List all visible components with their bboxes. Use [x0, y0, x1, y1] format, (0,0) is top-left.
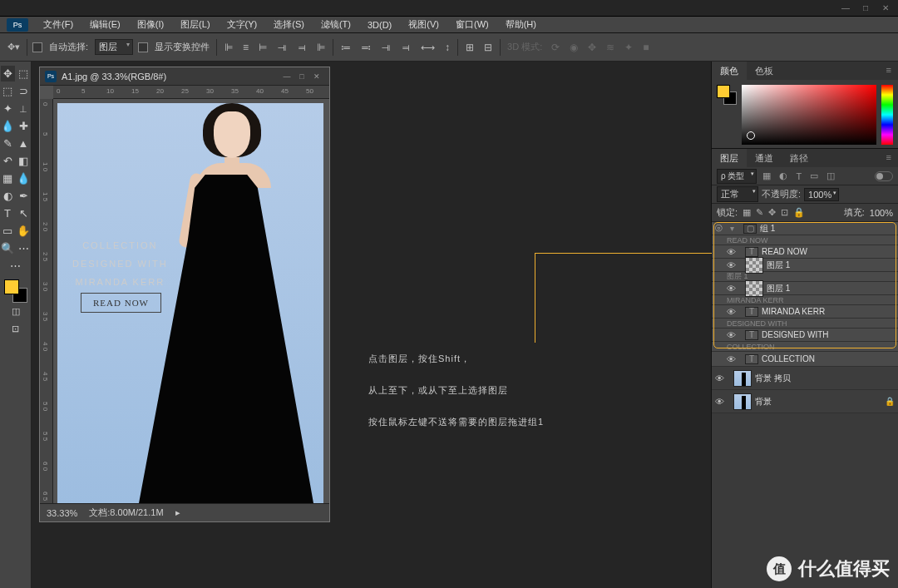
lock-brush-icon[interactable]: ✎: [756, 207, 763, 218]
auto-align-icon[interactable]: ⊟: [481, 42, 495, 53]
visibility-icon[interactable]: 👁: [727, 354, 742, 364]
visibility-icon[interactable]: 👁: [727, 330, 742, 340]
type-tool[interactable]: T: [1, 205, 15, 221]
visibility-icon[interactable]: 👁: [727, 284, 742, 294]
color-swatch-pair[interactable]: [717, 85, 737, 105]
layer-row[interactable]: ⦾ ▾ ▢ 组 1: [712, 222, 898, 235]
align-icon[interactable]: ⫤: [294, 42, 309, 53]
filter-adjust-icon[interactable]: ◐: [777, 170, 790, 181]
doc-close[interactable]: ✕: [309, 72, 324, 81]
history-tool[interactable]: ↶: [1, 153, 15, 169]
move-tool[interactable]: ✥: [1, 66, 15, 82]
brush-tool[interactable]: ✎: [1, 136, 15, 151]
edit-toolbar[interactable]: ⋯: [17, 240, 31, 256]
screenmode-toggle[interactable]: ⊡: [8, 322, 22, 336]
close-button[interactable]: ✕: [878, 3, 893, 13]
hand-tool[interactable]: ✋: [17, 223, 31, 239]
filter-toggle[interactable]: [875, 171, 893, 181]
layer-row[interactable]: 👁 背景 🔒: [712, 390, 898, 413]
canvas[interactable]: COLLECTION DESIGNED WITH MIRANDA KERR RE…: [57, 103, 323, 506]
filter-smart-icon[interactable]: ◫: [824, 170, 837, 181]
visibility-icon[interactable]: ⦾: [715, 223, 730, 234]
fill-input[interactable]: 100%: [870, 208, 893, 218]
tab-channels[interactable]: 通道: [747, 149, 782, 167]
menu-file[interactable]: 文件(F): [35, 18, 81, 31]
layer-name[interactable]: MIRANDA KERR: [762, 307, 825, 316]
menu-help[interactable]: 帮助(H): [497, 18, 545, 31]
layer-name[interactable]: 图层 1: [767, 259, 790, 271]
layer-row[interactable]: READ NOW: [712, 235, 898, 245]
status-arrow-icon[interactable]: ▸: [175, 507, 180, 518]
lock-position-icon[interactable]: ✥: [768, 207, 776, 218]
menu-select[interactable]: 选择(S): [265, 18, 313, 31]
align-icon[interactable]: ⊨: [256, 42, 269, 53]
layer-row[interactable]: 👁 T READ NOW: [712, 245, 898, 259]
layer-name[interactable]: DESIGNED WITH: [762, 330, 829, 339]
crop-tool[interactable]: ⟂: [17, 101, 31, 116]
visibility-icon[interactable]: 👁: [715, 397, 730, 407]
zoom-tool[interactable]: 🔍: [1, 240, 15, 256]
auto-select-checkbox[interactable]: [32, 42, 42, 52]
layer-row[interactable]: COLLECTION: [712, 342, 898, 352]
eyedropper-tool[interactable]: 💧: [1, 118, 15, 134]
layer-row[interactable]: 👁 T DESIGNED WITH: [712, 329, 898, 342]
minimize-button[interactable]: —: [838, 3, 853, 13]
menu-image[interactable]: 图像(I): [129, 18, 172, 31]
lock-all-icon[interactable]: 🔒: [793, 207, 805, 218]
doc-minimize[interactable]: —: [279, 72, 294, 81]
filter-shape-icon[interactable]: ▭: [807, 170, 821, 181]
tab-swatches[interactable]: 色板: [747, 62, 782, 80]
layer-row[interactable]: 👁 图层 1: [712, 282, 898, 295]
expand-icon[interactable]: ▾: [730, 224, 740, 233]
layer-name[interactable]: 图层 1: [767, 283, 790, 294]
menu-window[interactable]: 窗口(W): [447, 18, 497, 31]
distribute-icon[interactable]: ↕: [442, 42, 452, 53]
layer-row[interactable]: DESIGNED WITH: [712, 319, 898, 329]
tab-paths[interactable]: 路径: [782, 149, 817, 167]
doc-info[interactable]: 文档:8.00M/21.1M: [89, 506, 163, 519]
align-icon[interactable]: ⊫: [314, 42, 328, 53]
layer-name[interactable]: 背景 拷贝: [755, 373, 791, 384]
lasso-tool[interactable]: ⊃: [17, 83, 31, 99]
opacity-input[interactable]: 100%: [804, 188, 839, 201]
artboard-tool[interactable]: ⬚: [17, 66, 31, 82]
layer-name[interactable]: READ NOW: [762, 247, 807, 256]
more-tool[interactable]: ⋯: [8, 258, 22, 274]
menu-type[interactable]: 文字(Y): [219, 18, 266, 31]
distribute-icon[interactable]: ≔: [338, 42, 353, 53]
shape-tool[interactable]: ▭: [1, 223, 15, 239]
path-tool[interactable]: ↖: [17, 205, 31, 221]
menu-filter[interactable]: 滤镜(T): [313, 18, 359, 31]
panel-menu-icon[interactable]: ≡: [880, 62, 898, 80]
eraser-tool[interactable]: ◧: [17, 153, 31, 169]
hue-slider[interactable]: [881, 85, 893, 145]
menu-3d[interactable]: 3D(D): [359, 20, 400, 30]
color-swatch[interactable]: [4, 279, 27, 303]
tab-layers[interactable]: 图层: [712, 149, 747, 167]
menu-layer[interactable]: 图层(L): [172, 18, 218, 31]
lock-pixels-icon[interactable]: ▦: [743, 207, 751, 218]
layer-row[interactable]: 图层 1: [712, 272, 898, 282]
layer-name[interactable]: 组 1: [760, 223, 775, 235]
dodge-tool[interactable]: ◐: [1, 188, 15, 204]
layer-row[interactable]: 👁 T COLLECTION: [712, 352, 898, 367]
doc-maximize[interactable]: □: [294, 72, 309, 81]
marquee-tool[interactable]: ⬚: [1, 83, 15, 99]
auto-select-dropdown[interactable]: 图层: [95, 39, 133, 55]
layer-row[interactable]: 👁 图层 1: [712, 259, 898, 272]
maximize-button[interactable]: □: [858, 3, 873, 13]
pen-tool[interactable]: ✒: [17, 188, 31, 204]
blur-tool[interactable]: 💧: [17, 170, 31, 186]
color-field[interactable]: [742, 85, 876, 145]
align-icon[interactable]: ⫣: [274, 42, 289, 53]
zoom-level[interactable]: 33.33%: [47, 508, 77, 518]
panel-menu-icon[interactable]: ≡: [880, 149, 898, 167]
tab-color[interactable]: 颜色: [712, 62, 747, 80]
filter-pixel-icon[interactable]: ▦: [760, 170, 773, 181]
auto-align-icon[interactable]: ⊞: [463, 42, 476, 53]
align-icon[interactable]: ⊫: [222, 42, 235, 53]
distribute-icon[interactable]: ⟷: [418, 42, 437, 53]
layer-row[interactable]: 👁 T MIRANDA KERR: [712, 305, 898, 319]
layer-row[interactable]: 👁 背景 拷贝: [712, 367, 898, 390]
blend-mode-select[interactable]: 正常: [717, 186, 758, 202]
